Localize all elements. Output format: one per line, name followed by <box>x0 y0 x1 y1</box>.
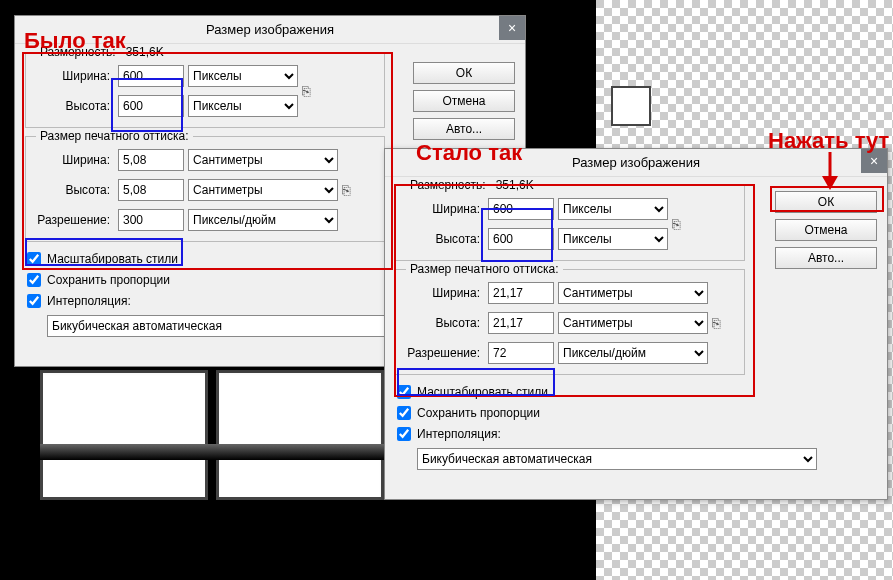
print-width-unit-select[interactable]: Сантиметры <box>558 282 708 304</box>
resolution-input[interactable] <box>118 209 184 231</box>
resolution-label: Разрешение: <box>32 213 114 227</box>
print-height-label: Высота: <box>32 183 114 197</box>
ok-button[interactable]: ОК <box>775 191 877 213</box>
link-icon: ⎘ <box>668 202 684 246</box>
width-input[interactable] <box>488 198 554 220</box>
auto-button[interactable]: Авто... <box>413 118 515 140</box>
dimensions-value: 351,6K <box>496 178 534 192</box>
resolution-label: Разрешение: <box>402 346 484 360</box>
thumbnail <box>216 370 384 500</box>
scale-styles-label: Масштабировать стили <box>417 385 548 399</box>
constrain-proportions-checkbox[interactable] <box>397 406 411 420</box>
resolution-unit-select[interactable]: Пикселы/дюйм <box>558 342 708 364</box>
close-icon: × <box>508 20 516 36</box>
dialog-title: Размер изображения <box>572 155 700 170</box>
interpolation-method-select[interactable]: Бикубическая автоматическая <box>417 448 817 470</box>
gradient-bar <box>40 444 384 460</box>
resolution-input[interactable] <box>488 342 554 364</box>
auto-button[interactable]: Авто... <box>775 247 877 269</box>
height-input[interactable] <box>488 228 554 250</box>
scale-styles-label: Масштабировать стили <box>47 252 178 266</box>
constrain-proportions-label: Сохранить пропорции <box>47 273 170 287</box>
print-width-input[interactable] <box>488 282 554 304</box>
link-icon: ⎘ <box>298 69 314 113</box>
height-label: Высота: <box>32 99 114 113</box>
print-width-input[interactable] <box>118 149 184 171</box>
height-label: Высота: <box>402 232 484 246</box>
cancel-button[interactable]: Отмена <box>775 219 877 241</box>
height-input[interactable] <box>118 95 184 117</box>
link-icon: ⎘ <box>338 155 354 225</box>
constrain-proportions-checkbox[interactable] <box>27 273 41 287</box>
print-size-legend: Размер печатного оттиска: <box>36 129 193 143</box>
interpolation-label: Интерполяция: <box>417 427 501 441</box>
small-preview <box>611 86 651 126</box>
scale-styles-checkbox[interactable] <box>27 252 41 266</box>
dimensions-label: Размерность: <box>40 45 116 59</box>
resolution-unit-select[interactable]: Пикселы/дюйм <box>188 209 338 231</box>
print-height-unit-select[interactable]: Сантиметры <box>188 179 338 201</box>
print-height-input[interactable] <box>488 312 554 334</box>
dimensions-label: Размерность: <box>410 178 486 192</box>
print-width-label: Ширина: <box>402 286 484 300</box>
interpolation-checkbox[interactable] <box>27 294 41 308</box>
titlebar[interactable]: Размер изображения × <box>385 149 887 177</box>
width-unit-select[interactable]: Пикселы <box>558 198 668 220</box>
print-height-unit-select[interactable]: Сантиметры <box>558 312 708 334</box>
interpolation-label: Интерполяция: <box>47 294 131 308</box>
dialog-title: Размер изображения <box>206 22 334 37</box>
ok-button[interactable]: ОК <box>413 62 515 84</box>
width-label: Ширина: <box>402 202 484 216</box>
dimensions-value: 351,6K <box>126 45 164 59</box>
height-unit-select[interactable]: Пикселы <box>188 95 298 117</box>
print-height-input[interactable] <box>118 179 184 201</box>
image-size-dialog-after: Размер изображения × Размерность: 351,6K… <box>384 148 888 500</box>
thumbnail <box>40 370 208 500</box>
height-unit-select[interactable]: Пикселы <box>558 228 668 250</box>
scale-styles-checkbox[interactable] <box>397 385 411 399</box>
close-icon: × <box>870 153 878 169</box>
print-width-unit-select[interactable]: Сантиметры <box>188 149 338 171</box>
width-unit-select[interactable]: Пикселы <box>188 65 298 87</box>
print-height-label: Высота: <box>402 316 484 330</box>
cancel-button[interactable]: Отмена <box>413 90 515 112</box>
close-button[interactable]: × <box>499 16 525 40</box>
constrain-proportions-label: Сохранить пропорции <box>417 406 540 420</box>
print-size-legend: Размер печатного оттиска: <box>406 262 563 276</box>
width-label: Ширина: <box>32 69 114 83</box>
titlebar[interactable]: Размер изображения × <box>15 16 525 44</box>
close-button[interactable]: × <box>861 149 887 173</box>
link-icon: ⎘ <box>708 288 724 358</box>
interpolation-checkbox[interactable] <box>397 427 411 441</box>
print-width-label: Ширина: <box>32 153 114 167</box>
width-input[interactable] <box>118 65 184 87</box>
